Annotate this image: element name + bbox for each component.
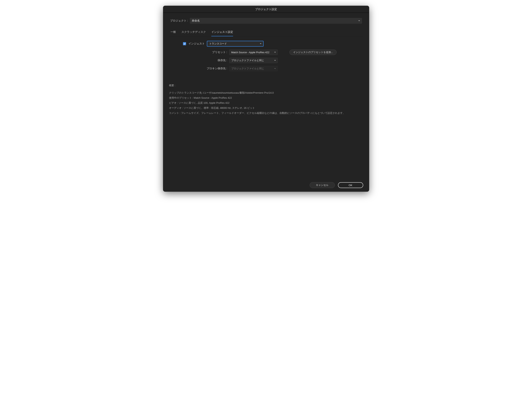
summary-line: クリップのトランスコード先 :/ユーザ/oaumeishoumisetsuoau… xyxy=(169,90,363,95)
project-select[interactable]: 未命名 xyxy=(190,18,362,24)
summary-line: コメント : フレームサイズ、フレームレート、フィールドオーダー、ピクセル縦横比… xyxy=(169,111,363,116)
project-select-value: 未命名 xyxy=(192,19,200,23)
cancel-button[interactable]: キャンセル xyxy=(310,182,335,188)
ingest-checkbox-label: インジェスト xyxy=(188,42,205,45)
window-body: プロジェクト : 未命名 一般 スクラッチディスク インジェスト設定 インジェス… xyxy=(163,13,369,191)
chevron-down-icon xyxy=(274,68,276,70)
chevron-down-icon xyxy=(274,59,276,61)
chevron-down-icon xyxy=(260,43,262,45)
summary-line: 使用中のプリセット : Match Source - Apple ProRes … xyxy=(169,95,363,101)
preset-value: Match Source - Apple ProRes 422 xyxy=(231,51,270,54)
destination-label: 保存先 : xyxy=(169,59,227,62)
project-settings-window: プロジェクト設定 プロジェクト : 未命名 一般 スクラッチディスク インジェス… xyxy=(163,6,369,191)
proxy-destination-select: プロジェクトファイルと同じ xyxy=(229,66,278,71)
dialog-footer: キャンセル OK xyxy=(169,178,363,188)
project-label: プロジェクト : xyxy=(170,19,188,23)
ingest-form: インジェスト トランスコード プリセット : Match Source - Ap… xyxy=(169,36,363,76)
chevron-down-icon xyxy=(274,51,276,53)
destination-value: プロジェクトファイルと同じ xyxy=(231,59,264,62)
summary-header: 概要 : xyxy=(169,83,363,88)
tab-ingest-settings[interactable]: インジェスト設定 xyxy=(211,30,233,36)
destination-select[interactable]: プロジェクトファイルと同じ xyxy=(229,58,278,63)
add-ingest-preset-button[interactable]: インジェストのプリセットを追加... xyxy=(289,50,337,55)
tab-scratch-disks[interactable]: スクラッチディスク xyxy=(181,30,206,36)
proxy-destination-value: プロジェクトファイルと同じ xyxy=(231,67,264,70)
ok-button[interactable]: OK xyxy=(338,182,363,188)
preset-row: プリセット : Match Source - Apple ProRes 422 … xyxy=(169,50,363,55)
tab-general[interactable]: 一般 xyxy=(171,30,176,36)
proxy-destination-row: プロキシ保存先 : プロジェクトファイルと同じ xyxy=(169,66,363,71)
summary-line: オーディオ : ソースに基づく。標準 : 非圧縮, 48000 Hz, ステレオ… xyxy=(169,106,363,111)
window-title: プロジェクト設定 xyxy=(255,7,277,11)
ingest-mode-value: トランスコード xyxy=(209,42,227,45)
summary-line: ビデオ : ソースに基づく, 品質 100, Apple ProRes 422 xyxy=(169,101,363,106)
ingest-checkbox-row: インジェスト トランスコード xyxy=(169,41,363,46)
ingest-mode-select[interactable]: トランスコード xyxy=(207,41,263,46)
titlebar: プロジェクト設定 xyxy=(163,6,369,13)
ingest-checkbox[interactable] xyxy=(183,42,186,45)
destination-row: 保存先 : プロジェクトファイルと同じ xyxy=(169,58,363,63)
summary-block: 概要 : クリップのトランスコード先 :/ユーザ/oaumeishoumiset… xyxy=(169,83,363,116)
project-row: プロジェクト : 未命名 xyxy=(169,18,363,24)
preset-label: プリセット : xyxy=(169,51,227,54)
chevron-down-icon xyxy=(358,20,360,22)
tabs: 一般 スクラッチディスク インジェスト設定 xyxy=(169,26,363,36)
proxy-destination-label: プロキシ保存先 : xyxy=(169,67,227,70)
preset-select[interactable]: Match Source - Apple ProRes 422 xyxy=(229,50,278,55)
